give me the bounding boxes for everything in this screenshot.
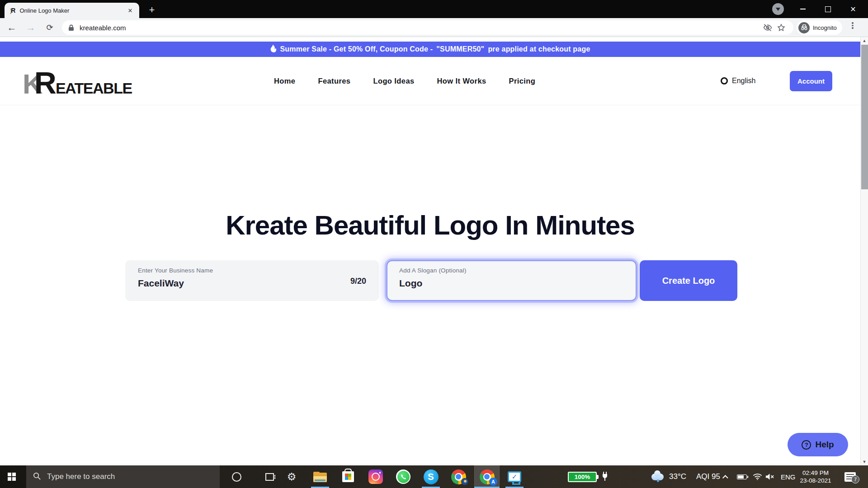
eye-off-icon[interactable] bbox=[761, 21, 774, 34]
tray-battery-icon[interactable] bbox=[737, 465, 747, 488]
nav-item-pricing[interactable]: Pricing bbox=[509, 77, 536, 85]
microsoft-store-button[interactable] bbox=[335, 465, 361, 488]
kreateable-favicon-icon: )R bbox=[10, 7, 15, 14]
account-button[interactable]: Account bbox=[790, 71, 832, 91]
volume-muted-icon[interactable] bbox=[765, 465, 774, 488]
clock[interactable]: 02:49 PM 23-08-2021 bbox=[797, 465, 835, 488]
settings-button[interactable]: ⚙ bbox=[279, 465, 304, 488]
slogan-label: Add A Slogan (Optional) bbox=[399, 267, 624, 274]
browser-update-badge[interactable] bbox=[772, 3, 784, 15]
caret-down-icon bbox=[776, 8, 780, 11]
address-bar[interactable]: kreateable.com bbox=[62, 20, 793, 35]
input-language-button[interactable]: ENG bbox=[781, 465, 796, 488]
instagram-icon bbox=[368, 469, 383, 484]
weather-temp[interactable]: 33°C bbox=[669, 465, 686, 488]
screen: )R Online Logo Maker ✕ + ✕ ← → ⟳ kreatea… bbox=[0, 0, 868, 488]
browser-tab[interactable]: )R Online Logo Maker ✕ bbox=[5, 3, 139, 18]
browser-tab-strip: )R Online Logo Maker ✕ + ✕ bbox=[0, 0, 868, 18]
store-icon bbox=[342, 471, 354, 482]
clock-time: 02:49 PM bbox=[802, 469, 829, 477]
taskbar-search-input[interactable] bbox=[47, 472, 196, 481]
hero-title: Kreate Beautiful Logo In Minutes bbox=[0, 210, 860, 241]
notification-center-button[interactable]: 7 bbox=[844, 465, 856, 488]
chrome-profile-a-badge: A bbox=[489, 478, 497, 486]
tab-title: Online Logo Maker bbox=[19, 7, 126, 14]
globe-icon bbox=[721, 77, 728, 84]
start-button[interactable] bbox=[0, 465, 24, 488]
lock-icon[interactable] bbox=[68, 24, 74, 31]
window-restore-button[interactable] bbox=[817, 0, 838, 18]
taskbar-search[interactable] bbox=[26, 465, 220, 488]
forward-icon: → bbox=[24, 21, 37, 34]
page-bottom-divider bbox=[0, 464, 860, 465]
create-logo-button[interactable]: Create Logo bbox=[640, 260, 737, 301]
cortana-button[interactable] bbox=[224, 465, 249, 488]
logo-r: R bbox=[34, 61, 57, 105]
language-label: English bbox=[732, 77, 755, 85]
slogan-input[interactable] bbox=[399, 278, 624, 289]
business-name-field[interactable]: Enter Your Business Name 9/20 bbox=[125, 260, 379, 301]
gear-icon: ⚙ bbox=[287, 471, 297, 483]
search-icon bbox=[33, 472, 41, 482]
back-icon[interactable]: ← bbox=[5, 21, 18, 34]
menu-dots-icon[interactable] bbox=[852, 22, 854, 29]
business-name-input[interactable] bbox=[138, 278, 366, 289]
pc-care-app-button[interactable]: ✓ bbox=[502, 465, 527, 488]
new-tab-button[interactable]: + bbox=[146, 4, 158, 16]
promo-banner: Summer Sale - Get 50% Off, Coupon Code -… bbox=[0, 42, 860, 57]
chrome-button[interactable] bbox=[446, 465, 471, 488]
file-explorer-button[interactable] bbox=[307, 465, 333, 488]
incognito-label: Incognito bbox=[813, 24, 837, 31]
plug-icon bbox=[601, 471, 609, 483]
flame-icon bbox=[270, 44, 276, 55]
slogan-field[interactable]: Add A Slogan (Optional) bbox=[387, 260, 637, 301]
scrollbar-down-icon[interactable]: ▼ bbox=[861, 458, 868, 465]
chrome-profile-badge-icon bbox=[461, 478, 468, 485]
weather-icon[interactable] bbox=[651, 465, 664, 488]
url-text[interactable]: kreateable.com bbox=[80, 24, 761, 32]
chrome-incognito-button[interactable]: A bbox=[474, 465, 500, 488]
instagram-button[interactable] bbox=[363, 465, 388, 488]
logo-wordmark: EATEABLE bbox=[56, 66, 132, 110]
reload-icon[interactable]: ⟳ bbox=[43, 21, 56, 34]
browser-toolbar: ← → ⟳ kreateable.com Incognito bbox=[0, 18, 868, 37]
nav-item-how-it-works[interactable]: How It Works bbox=[437, 77, 486, 85]
nav-item-logo-ideas[interactable]: Logo Ideas bbox=[373, 77, 414, 85]
language-selector[interactable]: English bbox=[721, 57, 755, 105]
windows-icon bbox=[8, 473, 16, 481]
tray-chevron-icon[interactable] bbox=[724, 465, 728, 488]
clock-date: 23-08-2021 bbox=[800, 477, 831, 484]
skype-button[interactable]: S bbox=[418, 465, 443, 488]
task-view-button[interactable] bbox=[257, 465, 282, 488]
weather-aqi[interactable]: AQI 95 bbox=[696, 465, 720, 488]
nav-item-features[interactable]: Features bbox=[318, 77, 350, 85]
skype-icon: S bbox=[424, 469, 439, 484]
notification-icon: 7 bbox=[844, 472, 856, 482]
file-explorer-icon bbox=[313, 472, 327, 482]
business-name-label: Enter Your Business Name bbox=[138, 267, 366, 274]
windows-taskbar: ⚙ S A ✓ 100% 33°C bbox=[0, 465, 868, 488]
bookmark-star-icon[interactable] bbox=[774, 21, 788, 34]
wifi-icon[interactable] bbox=[753, 465, 762, 488]
monitor-check-icon: ✓ bbox=[508, 471, 521, 482]
whatsapp-icon bbox=[396, 469, 410, 484]
scrollbar-thumb[interactable] bbox=[861, 45, 868, 189]
battery-percent-badge[interactable]: 100% bbox=[568, 472, 597, 482]
tab-close-icon[interactable]: ✕ bbox=[126, 6, 135, 15]
incognito-badge: Incognito bbox=[797, 20, 842, 35]
help-label: Help bbox=[815, 440, 834, 450]
cortana-icon bbox=[232, 472, 241, 482]
page-scrollbar[interactable]: ▲ ▼ bbox=[860, 37, 868, 465]
banner-text-after: pre applied at checkout page bbox=[488, 45, 590, 53]
task-view-icon bbox=[265, 473, 274, 481]
window-close-button[interactable]: ✕ bbox=[843, 0, 863, 18]
kreateable-logo[interactable]: KREATEABLE bbox=[23, 61, 132, 105]
question-mark-icon: ? bbox=[802, 440, 811, 450]
nav-item-home[interactable]: Home bbox=[274, 77, 295, 85]
scrollbar-up-icon[interactable]: ▲ bbox=[861, 37, 868, 44]
whatsapp-button[interactable] bbox=[391, 465, 416, 488]
help-button[interactable]: ? Help bbox=[788, 433, 848, 456]
site-header: KREATEABLE Home Features Logo Ideas How … bbox=[0, 57, 860, 105]
banner-text-before: Summer Sale - Get 50% Off, Coupon Code - bbox=[280, 45, 433, 53]
window-minimize-button[interactable] bbox=[793, 0, 813, 18]
